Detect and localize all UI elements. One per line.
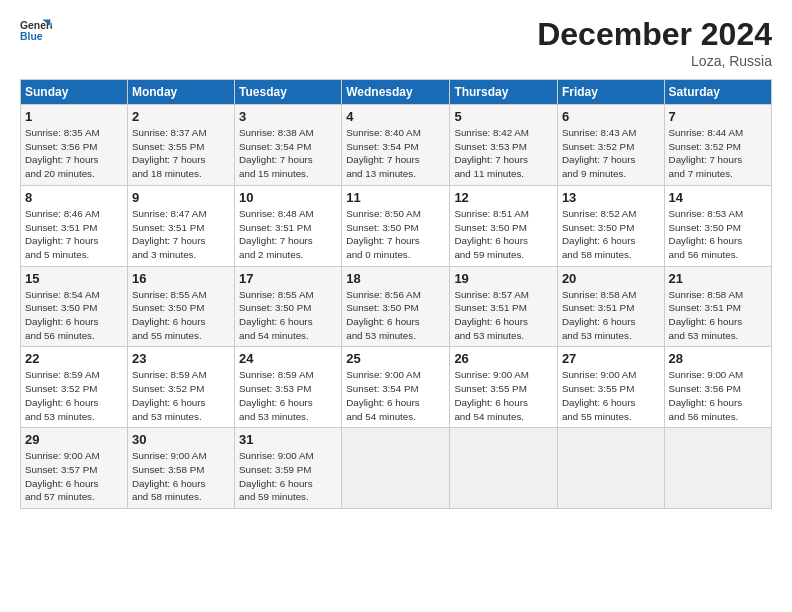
calendar-cell: 7Sunrise: 8:44 AM Sunset: 3:52 PM Daylig… bbox=[664, 105, 771, 186]
calendar-cell: 1Sunrise: 8:35 AM Sunset: 3:56 PM Daylig… bbox=[21, 105, 128, 186]
location: Loza, Russia bbox=[537, 53, 772, 69]
svg-text:Blue: Blue bbox=[20, 31, 43, 42]
header: General Blue December 2024 Loza, Russia bbox=[20, 16, 772, 69]
calendar-cell bbox=[450, 428, 558, 509]
calendar-cell: 12Sunrise: 8:51 AM Sunset: 3:50 PM Dayli… bbox=[450, 185, 558, 266]
calendar-cell: 30Sunrise: 9:00 AM Sunset: 3:58 PM Dayli… bbox=[127, 428, 234, 509]
calendar-cell: 15Sunrise: 8:54 AM Sunset: 3:50 PM Dayli… bbox=[21, 266, 128, 347]
day-info: Sunrise: 8:46 AM Sunset: 3:51 PM Dayligh… bbox=[25, 207, 123, 262]
day-number: 2 bbox=[132, 109, 230, 124]
day-number: 25 bbox=[346, 351, 445, 366]
table-row: 15Sunrise: 8:54 AM Sunset: 3:50 PM Dayli… bbox=[21, 266, 772, 347]
day-number: 15 bbox=[25, 271, 123, 286]
calendar-cell: 31Sunrise: 9:00 AM Sunset: 3:59 PM Dayli… bbox=[235, 428, 342, 509]
calendar-cell: 17Sunrise: 8:55 AM Sunset: 3:50 PM Dayli… bbox=[235, 266, 342, 347]
day-number: 24 bbox=[239, 351, 337, 366]
day-info: Sunrise: 9:00 AM Sunset: 3:55 PM Dayligh… bbox=[562, 368, 660, 423]
calendar-table: Sunday Monday Tuesday Wednesday Thursday… bbox=[20, 79, 772, 509]
day-number: 10 bbox=[239, 190, 337, 205]
day-info: Sunrise: 8:54 AM Sunset: 3:50 PM Dayligh… bbox=[25, 288, 123, 343]
day-info: Sunrise: 8:56 AM Sunset: 3:50 PM Dayligh… bbox=[346, 288, 445, 343]
day-number: 8 bbox=[25, 190, 123, 205]
logo: General Blue bbox=[20, 16, 52, 44]
day-info: Sunrise: 9:00 AM Sunset: 3:56 PM Dayligh… bbox=[669, 368, 767, 423]
day-number: 3 bbox=[239, 109, 337, 124]
col-tuesday: Tuesday bbox=[235, 80, 342, 105]
day-number: 28 bbox=[669, 351, 767, 366]
day-number: 31 bbox=[239, 432, 337, 447]
day-number: 27 bbox=[562, 351, 660, 366]
calendar-cell: 19Sunrise: 8:57 AM Sunset: 3:51 PM Dayli… bbox=[450, 266, 558, 347]
day-number: 26 bbox=[454, 351, 553, 366]
col-thursday: Thursday bbox=[450, 80, 558, 105]
day-info: Sunrise: 8:59 AM Sunset: 3:53 PM Dayligh… bbox=[239, 368, 337, 423]
day-info: Sunrise: 8:38 AM Sunset: 3:54 PM Dayligh… bbox=[239, 126, 337, 181]
day-info: Sunrise: 8:57 AM Sunset: 3:51 PM Dayligh… bbox=[454, 288, 553, 343]
calendar-cell: 6Sunrise: 8:43 AM Sunset: 3:52 PM Daylig… bbox=[557, 105, 664, 186]
day-number: 21 bbox=[669, 271, 767, 286]
calendar-cell bbox=[557, 428, 664, 509]
day-info: Sunrise: 8:48 AM Sunset: 3:51 PM Dayligh… bbox=[239, 207, 337, 262]
day-number: 17 bbox=[239, 271, 337, 286]
day-number: 11 bbox=[346, 190, 445, 205]
calendar-cell: 22Sunrise: 8:59 AM Sunset: 3:52 PM Dayli… bbox=[21, 347, 128, 428]
calendar-cell: 18Sunrise: 8:56 AM Sunset: 3:50 PM Dayli… bbox=[342, 266, 450, 347]
day-info: Sunrise: 8:35 AM Sunset: 3:56 PM Dayligh… bbox=[25, 126, 123, 181]
day-info: Sunrise: 8:58 AM Sunset: 3:51 PM Dayligh… bbox=[562, 288, 660, 343]
title-block: December 2024 Loza, Russia bbox=[537, 16, 772, 69]
calendar-cell: 28Sunrise: 9:00 AM Sunset: 3:56 PM Dayli… bbox=[664, 347, 771, 428]
calendar-cell: 10Sunrise: 8:48 AM Sunset: 3:51 PM Dayli… bbox=[235, 185, 342, 266]
day-info: Sunrise: 8:47 AM Sunset: 3:51 PM Dayligh… bbox=[132, 207, 230, 262]
calendar-cell: 16Sunrise: 8:55 AM Sunset: 3:50 PM Dayli… bbox=[127, 266, 234, 347]
calendar-cell: 5Sunrise: 8:42 AM Sunset: 3:53 PM Daylig… bbox=[450, 105, 558, 186]
day-info: Sunrise: 8:50 AM Sunset: 3:50 PM Dayligh… bbox=[346, 207, 445, 262]
day-info: Sunrise: 8:55 AM Sunset: 3:50 PM Dayligh… bbox=[239, 288, 337, 343]
day-number: 16 bbox=[132, 271, 230, 286]
day-number: 18 bbox=[346, 271, 445, 286]
table-row: 8Sunrise: 8:46 AM Sunset: 3:51 PM Daylig… bbox=[21, 185, 772, 266]
day-info: Sunrise: 8:59 AM Sunset: 3:52 PM Dayligh… bbox=[25, 368, 123, 423]
day-number: 29 bbox=[25, 432, 123, 447]
day-info: Sunrise: 8:37 AM Sunset: 3:55 PM Dayligh… bbox=[132, 126, 230, 181]
calendar-cell: 14Sunrise: 8:53 AM Sunset: 3:50 PM Dayli… bbox=[664, 185, 771, 266]
calendar-cell: 23Sunrise: 8:59 AM Sunset: 3:52 PM Dayli… bbox=[127, 347, 234, 428]
month-title: December 2024 bbox=[537, 16, 772, 53]
calendar-cell bbox=[342, 428, 450, 509]
calendar-cell: 4Sunrise: 8:40 AM Sunset: 3:54 PM Daylig… bbox=[342, 105, 450, 186]
day-info: Sunrise: 9:00 AM Sunset: 3:59 PM Dayligh… bbox=[239, 449, 337, 504]
calendar-cell: 13Sunrise: 8:52 AM Sunset: 3:50 PM Dayli… bbox=[557, 185, 664, 266]
table-row: 22Sunrise: 8:59 AM Sunset: 3:52 PM Dayli… bbox=[21, 347, 772, 428]
calendar-cell: 20Sunrise: 8:58 AM Sunset: 3:51 PM Dayli… bbox=[557, 266, 664, 347]
day-info: Sunrise: 8:43 AM Sunset: 3:52 PM Dayligh… bbox=[562, 126, 660, 181]
col-monday: Monday bbox=[127, 80, 234, 105]
calendar-cell: 25Sunrise: 9:00 AM Sunset: 3:54 PM Dayli… bbox=[342, 347, 450, 428]
day-number: 9 bbox=[132, 190, 230, 205]
calendar-cell: 11Sunrise: 8:50 AM Sunset: 3:50 PM Dayli… bbox=[342, 185, 450, 266]
calendar-cell: 8Sunrise: 8:46 AM Sunset: 3:51 PM Daylig… bbox=[21, 185, 128, 266]
day-number: 13 bbox=[562, 190, 660, 205]
day-number: 14 bbox=[669, 190, 767, 205]
day-info: Sunrise: 8:58 AM Sunset: 3:51 PM Dayligh… bbox=[669, 288, 767, 343]
day-info: Sunrise: 9:00 AM Sunset: 3:57 PM Dayligh… bbox=[25, 449, 123, 504]
day-number: 6 bbox=[562, 109, 660, 124]
day-info: Sunrise: 8:51 AM Sunset: 3:50 PM Dayligh… bbox=[454, 207, 553, 262]
calendar-cell: 9Sunrise: 8:47 AM Sunset: 3:51 PM Daylig… bbox=[127, 185, 234, 266]
day-number: 22 bbox=[25, 351, 123, 366]
calendar-cell: 26Sunrise: 9:00 AM Sunset: 3:55 PM Dayli… bbox=[450, 347, 558, 428]
day-info: Sunrise: 8:40 AM Sunset: 3:54 PM Dayligh… bbox=[346, 126, 445, 181]
calendar-cell bbox=[664, 428, 771, 509]
day-number: 12 bbox=[454, 190, 553, 205]
day-info: Sunrise: 9:00 AM Sunset: 3:54 PM Dayligh… bbox=[346, 368, 445, 423]
col-sunday: Sunday bbox=[21, 80, 128, 105]
calendar-cell: 24Sunrise: 8:59 AM Sunset: 3:53 PM Dayli… bbox=[235, 347, 342, 428]
day-info: Sunrise: 8:52 AM Sunset: 3:50 PM Dayligh… bbox=[562, 207, 660, 262]
day-number: 5 bbox=[454, 109, 553, 124]
day-info: Sunrise: 8:42 AM Sunset: 3:53 PM Dayligh… bbox=[454, 126, 553, 181]
day-number: 1 bbox=[25, 109, 123, 124]
day-number: 4 bbox=[346, 109, 445, 124]
day-info: Sunrise: 9:00 AM Sunset: 3:58 PM Dayligh… bbox=[132, 449, 230, 504]
table-row: 1Sunrise: 8:35 AM Sunset: 3:56 PM Daylig… bbox=[21, 105, 772, 186]
logo-icon: General Blue bbox=[20, 16, 52, 44]
day-info: Sunrise: 8:53 AM Sunset: 3:50 PM Dayligh… bbox=[669, 207, 767, 262]
col-friday: Friday bbox=[557, 80, 664, 105]
